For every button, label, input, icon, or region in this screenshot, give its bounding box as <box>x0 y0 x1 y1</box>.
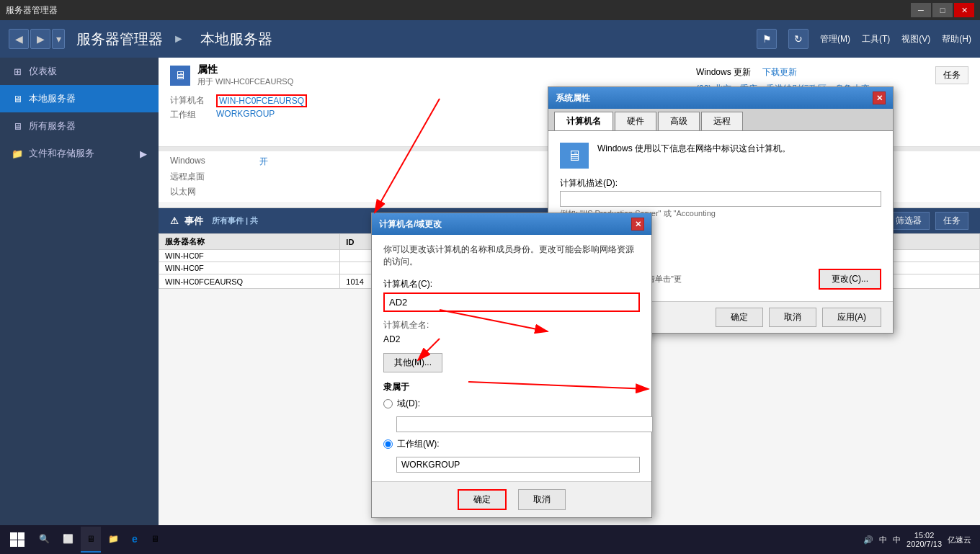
comp-name-title-bar: 计算机名/域更改 ✕ <box>372 213 651 235</box>
nic-value <box>259 171 568 183</box>
win-remote-mgmt-value[interactable]: 开 <box>259 156 568 168</box>
prop-icon: 🖥 <box>170 66 190 86</box>
ie-sec2-value <box>259 186 568 198</box>
network-taskbar-item[interactable]: 🖥 <box>145 527 165 553</box>
computer-name-input[interactable] <box>383 292 640 312</box>
taskbar: 🔍 ⬜ 🖥 📁 e 🖥 🔊 中 中 15:02 2020/7/13 亿速云 <box>0 525 980 554</box>
refresh-icon[interactable]: ↻ <box>788 29 808 49</box>
file-explorer-taskbar-icon: 📁 <box>108 534 119 544</box>
edge-taskbar-item[interactable]: e <box>126 527 143 553</box>
title-bar-controls: ─ □ ✕ <box>911 3 974 17</box>
help-menu[interactable]: 帮助(H) <box>942 33 971 45</box>
taskbar-right: 🔊 中 中 15:02 2020/7/13 亿速云 <box>863 531 977 548</box>
win-remote-mgmt-label: Windows <box>170 156 257 168</box>
comp-name-confirm-button[interactable]: 确定 <box>458 489 507 510</box>
events-title: 事件 <box>184 215 203 228</box>
comp-name-footer: 确定 取消 <box>372 481 651 517</box>
clock: 15:02 2020/7/13 <box>906 531 942 548</box>
server-manager-taskbar-icon: 🖥 <box>86 534 95 544</box>
forward-button[interactable]: ▶ <box>30 29 50 49</box>
windows-update-label: Windows 更新 <box>696 66 751 79</box>
computer-name-value[interactable]: WIN-HC0FCEAURSQ <box>216 94 307 107</box>
task-btn-container: 任务 <box>935 63 968 84</box>
page-title: 本地服务器 <box>200 30 272 49</box>
events-task-button[interactable]: 任务 <box>935 212 968 230</box>
belongs-section: 隶属于 域(D): 工作组(W): <box>383 381 640 473</box>
sidebar-item-local-server[interactable]: 🖥 本地服务器 <box>0 85 159 112</box>
computer-name-label: 计算机名 <box>170 94 205 107</box>
title-bar: 服务器管理器 ─ □ ✕ <box>0 0 980 20</box>
filter-button[interactable]: 筛选器 <box>888 212 930 230</box>
nav-arrows: ◀ ▶ ▾ <box>9 29 65 49</box>
workgroup-radio[interactable] <box>383 439 393 449</box>
breadcrumb-separator: ► <box>173 32 184 45</box>
tab-remote[interactable]: 远程 <box>701 112 743 130</box>
full-name-label: 计算机全名: <box>383 319 640 331</box>
sys-props-close-button[interactable]: ✕ <box>873 91 886 104</box>
file-storage-icon: 📁 <box>12 148 23 159</box>
comp-name-content: 你可以更改该计算机的名称和成员身份。更改可能会影响网络资源的访问。 计算机名(C… <box>372 235 651 481</box>
minimize-button[interactable]: ─ <box>911 3 931 17</box>
nic-label: 远程桌面 <box>170 171 257 183</box>
download-update-link[interactable]: 下载更新 <box>762 66 797 79</box>
local-server-icon: 🖥 <box>12 93 23 104</box>
computer-name-dialog[interactable]: 计算机名/域更改 ✕ 你可以更改该计算机的名称和成员身份。更改可能会影响网络资源… <box>371 213 652 518</box>
sys-props-cancel-button[interactable]: 取消 <box>769 308 816 327</box>
sidebar-label-all-servers: 所有服务器 <box>29 120 76 133</box>
other-button[interactable]: 其他(M)... <box>383 353 442 372</box>
windows-logo <box>10 532 24 547</box>
sidebar-item-all-servers[interactable]: 🖥 所有服务器 <box>0 112 159 140</box>
sidebar-label-file-storage: 文件和存储服务 <box>29 147 94 160</box>
workgroup-value[interactable]: WORKGROUP <box>216 109 307 121</box>
computer-desc-input[interactable] <box>560 191 881 207</box>
sys-props-computer-icon: 🖥 <box>560 143 589 169</box>
tab-computer-name[interactable]: 计算机名 <box>554 112 613 130</box>
view-menu[interactable]: 视图(V) <box>901 33 930 45</box>
tab-advanced[interactable]: 高级 <box>658 112 700 130</box>
domain-input[interactable] <box>396 416 653 432</box>
sys-props-apply-button[interactable]: 应用(A) <box>822 308 881 327</box>
task-view-icon: ⬜ <box>63 534 74 544</box>
nav-dropdown-button[interactable]: ▾ <box>52 29 65 49</box>
clock-time: 15:02 <box>906 531 942 540</box>
cell-server-3: WIN-HC0FCEAURSQ <box>159 274 340 289</box>
sys-props-ok-button[interactable]: 确定 <box>716 308 763 327</box>
title-bar-text: 服务器管理器 <box>6 4 58 17</box>
search-button[interactable]: 🔍 <box>33 527 55 553</box>
workgroup-radio-row: 工作组(W): <box>383 438 640 450</box>
sys-props-title-bar: 系统属性 ✕ <box>548 87 893 109</box>
sidebar-item-dashboard[interactable]: ⊞ 仪表板 <box>0 58 159 85</box>
sys-props-info: 🖥 Windows 使用以下信息在网络中标识这台计算机。 <box>560 143 881 169</box>
change-button[interactable]: 更改(C)... <box>819 269 881 290</box>
tab-hardware[interactable]: 硬件 <box>615 112 656 130</box>
content-area: ⊞ 仪表板 🖥 本地服务器 🖥 所有服务器 📁 文件和存储服务 ▶ <box>0 58 980 554</box>
comp-name-description: 你可以更改该计算机的名称和成员身份。更改可能会影响网络资源的访问。 <box>383 244 640 268</box>
domain-radio[interactable] <box>383 399 393 408</box>
domain-radio-row: 域(D): <box>383 398 640 410</box>
server-manager-window: ◀ ▶ ▾ 服务器管理器 ► 本地服务器 ⚑ ↻ 管理(M) 工具(T) 视图(… <box>0 20 980 554</box>
computer-desc-label: 计算机描述(D): <box>560 177 881 189</box>
close-button[interactable]: ✕ <box>954 3 974 17</box>
sys-props-description: Windows 使用以下信息在网络中标识这台计算机。 <box>597 143 790 155</box>
task-view-button[interactable]: ⬜ <box>57 527 79 553</box>
workgroup-input[interactable] <box>396 457 640 473</box>
tools-menu[interactable]: 工具(T) <box>862 33 890 45</box>
file-explorer-taskbar-item[interactable]: 📁 <box>102 527 125 553</box>
flag-icon[interactable]: ⚑ <box>757 29 777 49</box>
sound-icon[interactable]: 🔊 <box>863 535 873 545</box>
col-server: 服务器名称 <box>159 234 340 250</box>
full-name-value: AD2 <box>383 334 640 344</box>
sidebar-label-local-server: 本地服务器 <box>29 92 76 105</box>
back-button[interactable]: ◀ <box>9 29 29 49</box>
server-manager-taskbar-item[interactable]: 🖥 <box>81 527 101 553</box>
task-button[interactable]: 任务 <box>935 66 968 84</box>
comp-name-close-button[interactable]: ✕ <box>631 218 644 231</box>
maximize-button[interactable]: □ <box>932 3 953 17</box>
belongs-title: 隶属于 <box>383 381 640 393</box>
start-button[interactable] <box>3 527 32 553</box>
manage-menu[interactable]: 管理(M) <box>820 33 850 45</box>
sidebar-item-file-storage[interactable]: 📁 文件和存储服务 ▶ <box>0 140 159 167</box>
input-method-icon[interactable]: 中 <box>893 535 901 545</box>
comp-name-cancel-button[interactable]: 取消 <box>518 489 566 510</box>
prop-title: 属性 <box>197 63 293 76</box>
